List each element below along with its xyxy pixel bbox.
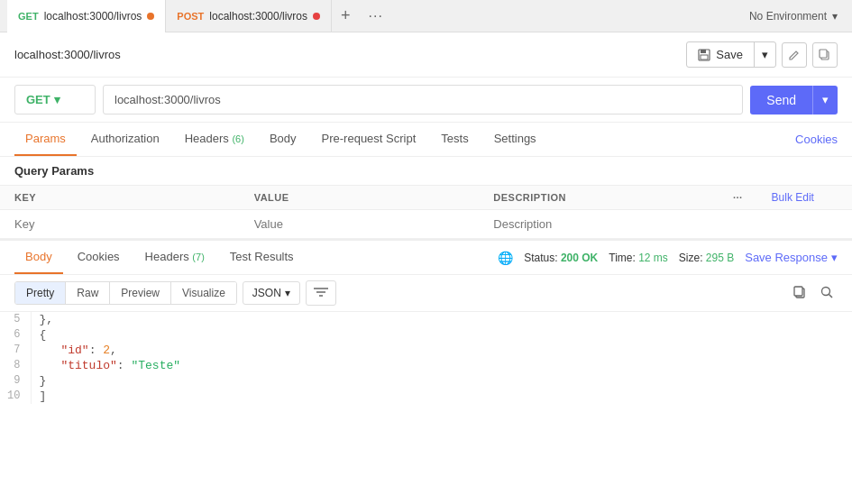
copy-button[interactable] <box>812 42 838 68</box>
env-label: No Environment <box>749 10 827 23</box>
resp-tab-tests[interactable]: Test Results <box>219 241 305 274</box>
resp-status-area: 🌐 Status: 200 OK Time: 12 ms Size: 295 B… <box>498 251 838 265</box>
search-response-button[interactable] <box>816 281 838 306</box>
response-tabs: Body Cookies Headers (7) Test Results 🌐 … <box>0 241 852 275</box>
line-code-5: }, <box>32 312 852 327</box>
param-desc-cell[interactable] <box>479 210 719 239</box>
tab-post-method: POST <box>177 11 204 22</box>
filter-button[interactable] <box>306 280 336 306</box>
col-value: VALUE <box>240 186 480 210</box>
param-row <box>0 210 852 239</box>
tab-params[interactable]: Params <box>14 123 77 156</box>
method-selector[interactable]: GET ▾ <box>14 85 96 115</box>
col-bulk[interactable]: Bulk Edit <box>757 186 852 210</box>
new-tab-button[interactable]: + <box>332 6 360 25</box>
tab-get[interactable]: GET localhost:3000/livros <box>7 0 166 32</box>
size-label: Size: 295 B <box>679 252 734 264</box>
line-code-7: "id": 2, <box>32 343 852 358</box>
code-line-9: 9 } <box>0 373 852 389</box>
url-bar: localhost:3000/livros Save ▾ <box>0 32 852 78</box>
environment-selector[interactable]: No Environment ▾ <box>742 10 845 23</box>
tab-post[interactable]: POST localhost:3000/livros <box>166 0 332 32</box>
copy-resp-icon <box>792 285 807 299</box>
env-arrow: ▾ <box>832 10 838 23</box>
save-icon <box>698 49 710 61</box>
request-row: GET ▾ Send ▾ <box>0 78 852 123</box>
cookies-link-wrap: Cookies <box>795 133 838 146</box>
line-num-6: 6 <box>0 327 32 343</box>
send-arrow-button[interactable]: ▾ <box>812 86 838 115</box>
col-key: KEY <box>0 186 240 210</box>
format-group: Pretty Raw Preview Visualize <box>14 281 237 305</box>
tab-post-dot <box>313 13 320 20</box>
tab-settings[interactable]: Settings <box>483 123 547 156</box>
params-table: KEY VALUE DESCRIPTION ··· Bulk Edit <box>0 185 852 239</box>
param-key-cell[interactable] <box>0 210 240 239</box>
globe-icon: 🌐 <box>498 251 513 265</box>
tab-bar: GET localhost:3000/livros POST localhost… <box>0 0 852 32</box>
tab-get-dot <box>147 13 154 20</box>
time-label: Time: 12 ms <box>609 252 668 264</box>
code-line-6: 6 { <box>0 327 852 343</box>
format-visualize[interactable]: Visualize <box>171 282 236 304</box>
request-tabs: Params Authorization Headers (6) Body Pr… <box>0 123 852 157</box>
tab-prerequest[interactable]: Pre-request Script <box>311 123 427 156</box>
param-value-cell[interactable] <box>240 210 480 239</box>
time-val: 12 ms <box>638 252 668 264</box>
line-code-10: ] <box>32 389 852 404</box>
line-num-10: 10 <box>0 389 32 404</box>
code-line-10: 10 ] <box>0 389 852 404</box>
response-code-area[interactable]: 5 }, 6 { 7 "id": 2, 8 "titulo": "Teste" … <box>0 312 852 429</box>
headers-badge: (6) <box>232 133 243 144</box>
url-input[interactable] <box>103 85 743 115</box>
json-type-selector[interactable]: JSON ▾ <box>243 281 300 305</box>
param-more <box>719 210 757 239</box>
code-table: 5 }, 6 { 7 "id": 2, 8 "titulo": "Teste" … <box>0 312 852 404</box>
copy-response-button[interactable] <box>789 281 811 306</box>
save-arrow-button[interactable]: ▾ <box>755 42 775 67</box>
tab-more-button[interactable]: ··· <box>360 8 392 24</box>
line-code-8: "titulo": "Teste" <box>32 358 852 373</box>
status-ok: 200 OK <box>561 252 598 264</box>
resp-body-toolbar: Pretty Raw Preview Visualize JSON ▾ <box>0 275 852 312</box>
format-raw[interactable]: Raw <box>66 282 110 304</box>
save-response-button[interactable]: Save Response ▾ <box>745 251 838 264</box>
svg-rect-4 <box>820 50 827 58</box>
tab-tests[interactable]: Tests <box>430 123 479 156</box>
tab-get-method: GET <box>18 11 39 22</box>
save-resp-arrow: ▾ <box>831 251 838 264</box>
query-params-title: Query Params <box>0 157 852 185</box>
save-resp-label: Save Response <box>745 251 828 264</box>
edit-button[interactable] <box>782 42 807 68</box>
resp-headers-badge: (7) <box>192 252 204 262</box>
tab-authorization[interactable]: Authorization <box>80 123 170 156</box>
resp-tab-cookies[interactable]: Cookies <box>67 241 131 274</box>
json-type-arrow: ▾ <box>285 287 290 299</box>
method-arrow: ▾ <box>54 93 60 106</box>
resp-body-actions <box>789 281 838 306</box>
line-num-8: 8 <box>0 358 32 373</box>
format-preview[interactable]: Preview <box>110 282 171 304</box>
param-empty <box>757 210 852 239</box>
save-button[interactable]: Save ▾ <box>686 41 776 68</box>
request-label: localhost:3000/livros <box>14 48 677 61</box>
resp-tab-body[interactable]: Body <box>14 241 63 274</box>
resp-tab-headers[interactable]: Headers (7) <box>134 241 215 274</box>
send-wrap: Send ▾ <box>750 86 838 115</box>
edit-icon <box>788 49 801 61</box>
svg-rect-9 <box>794 287 802 296</box>
param-desc-input[interactable] <box>493 217 704 231</box>
tab-body[interactable]: Body <box>259 123 307 156</box>
tab-headers[interactable]: Headers (6) <box>174 123 255 156</box>
param-value-input[interactable] <box>254 217 465 231</box>
line-num-5: 5 <box>0 312 32 327</box>
svg-point-10 <box>822 287 830 295</box>
format-pretty[interactable]: Pretty <box>15 282 66 304</box>
filter-icon <box>314 287 328 298</box>
save-main[interactable]: Save <box>687 42 755 67</box>
status-label: Status: 200 OK <box>524 252 598 264</box>
cookies-link[interactable]: Cookies <box>795 133 838 146</box>
send-button[interactable]: Send <box>750 86 812 115</box>
param-key-input[interactable] <box>14 217 225 231</box>
line-code-9: } <box>32 373 852 389</box>
